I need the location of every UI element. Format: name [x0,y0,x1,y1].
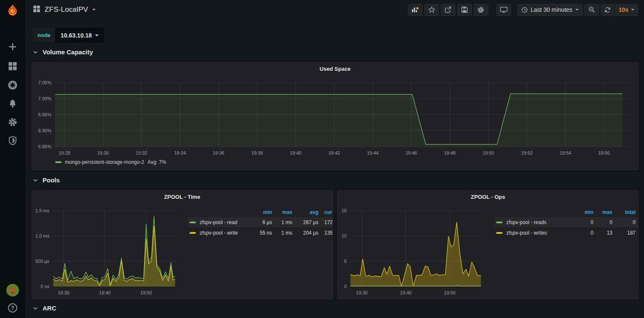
add-panel-button[interactable] [408,4,423,16]
cycle-view-tv-button[interactable] [496,4,511,16]
chevron-down-icon [33,306,38,311]
template-variable-node[interactable]: node 10.63.10.18 [33,28,104,43]
star-button[interactable] [424,4,439,16]
legend-value: 187 [612,230,636,236]
legend-value: 1 ms [272,219,292,225]
legend-col-avg[interactable]: avg [292,209,318,215]
section-pools[interactable]: Pools [33,176,60,184]
chevron-down-icon [33,178,38,183]
settings-gear-icon[interactable] [0,116,25,128]
svg-text:19:48: 19:48 [444,150,456,155]
legend-value: 0 [575,230,593,236]
svg-text:7.00%: 7.00% [38,96,51,101]
legend-row-writes: zfspv-pool - writes 0 13 187 [494,227,638,238]
legend-value: 204 µs [292,230,318,236]
svg-text:19:50: 19:50 [140,290,152,295]
legend-series[interactable]: zfspv-pool - write [188,230,250,236]
legend-col-min[interactable]: min [575,209,593,215]
series-swatch [496,232,502,234]
legend-value: 1 ms [272,230,292,236]
refresh-interval-caret-icon [631,9,634,11]
dashboards-icon[interactable] [0,60,25,72]
legend-col-total[interactable]: total [612,209,636,215]
refresh-interval-label: 10s [619,6,628,13]
series-swatch [190,232,196,234]
svg-text:6.95%: 6.95% [38,112,51,117]
refresh-interval-dropdown[interactable]: 10s [615,4,638,16]
dashboard-topbar: ZFS-LocalPV [25,0,644,19]
question-mark: ? [8,303,17,313]
svg-text:5: 5 [344,259,347,264]
svg-text:6.85%: 6.85% [38,144,51,149]
svg-text:1.5 ms: 1.5 ms [35,208,50,213]
legend-value: 55 ns [250,230,272,236]
add-icon[interactable] [0,40,25,53]
admin-shield-icon[interactable] [0,134,25,147]
time-range-label: Last 30 minutes [531,6,572,13]
svg-text:1.0 ms: 1.0 ms [35,233,50,238]
svg-text:19:42: 19:42 [329,150,340,155]
used-space-chart[interactable]: 7.05%7.00%6.95%6.90%6.85%19:2819:3019:32… [32,63,638,170]
panel-zpool-ops: ZPOOL - Ops 15105019:3019:4019:50 min ma… [337,190,639,299]
section-arc[interactable]: ARC [33,305,56,312]
legend-value: 267 µs [292,219,318,225]
series-name[interactable]: mongo-persistent-storage-mongo-2 [65,159,144,165]
legend-value: 0 [593,219,612,225]
dashboard-settings-button[interactable] [473,4,489,16]
series-swatch [190,222,196,223]
zpool-ops-legend: min max total zfspv-pool - reads 0 0 0 z… [494,208,638,246]
section-label: ARC [43,305,56,312]
svg-text:19:52: 19:52 [521,150,533,155]
zoom-out-button[interactable] [584,4,599,16]
legend-value: 0 [612,219,636,225]
dashboard-title[interactable]: ZFS-LocalPV [45,5,88,14]
legend-value: 6 µs [250,219,272,225]
series-avg: Avg: 7% [147,159,166,165]
dashboard-grid-icon [33,5,40,14]
legend-value: 13 [593,230,612,236]
section-volume-capacity[interactable]: Volume Capacity [33,48,93,56]
svg-text:19:38: 19:38 [251,150,263,155]
svg-text:19:30: 19:30 [97,150,109,155]
nav-sidebar: ? [0,0,25,318]
main-area: ZFS-LocalPV [25,0,644,318]
refresh-button[interactable] [601,4,615,16]
variable-value-dropdown[interactable]: 10.63.10.18 [55,28,104,43]
share-button[interactable] [441,4,456,16]
svg-text:19:32: 19:32 [136,150,147,155]
title-caret-icon[interactable] [92,9,96,11]
svg-text:19:46: 19:46 [406,150,417,155]
help-icon[interactable]: ? [0,302,25,314]
variable-label: node [33,28,55,43]
svg-text:500 µs: 500 µs [35,259,50,264]
svg-text:10: 10 [342,233,347,238]
legend-col-min[interactable]: min [250,209,272,215]
legend-row-write: zfspv-pool - write 55 ns 1 ms 204 µs 135 [188,227,332,238]
legend-row-reads: zfspv-pool - reads 0 0 0 [494,217,638,227]
svg-text:19:30: 19:30 [356,290,368,295]
legend-series[interactable]: zfspv-pool - read [188,219,250,225]
svg-text:19:44: 19:44 [367,150,379,155]
legend-item[interactable]: mongo-persistent-storage-mongo-2 Avg: 7% [55,159,166,165]
legend-series[interactable]: zfspv-pool - reads [494,219,575,225]
explore-compass-icon[interactable] [0,79,25,91]
user-avatar[interactable] [0,283,25,297]
time-range-caret-icon [575,9,579,11]
section-label: Pools [43,176,60,184]
time-range-picker[interactable]: Last 30 minutes [517,4,583,16]
variable-caret-icon [95,35,99,36]
legend-col-max[interactable]: max [272,209,292,215]
svg-text:19:56: 19:56 [598,150,610,155]
chevron-down-icon [33,50,38,55]
save-button[interactable] [457,4,472,16]
legend-series[interactable]: zfspv-pool - writes [494,230,575,236]
alerting-bell-icon[interactable] [0,97,25,110]
legend-col-current[interactable]: current [318,209,332,215]
svg-text:19:54: 19:54 [560,150,572,155]
grafana-logo[interactable] [0,3,25,19]
legend-col-max[interactable]: max [593,209,612,215]
svg-text:19:28: 19:28 [59,150,70,155]
legend-value: 0 [575,219,593,225]
panel-zpool-time: ZPOOL - Time 1.5 ms1.0 ms500 µs0 ns19:30… [32,190,333,299]
svg-text:19:50: 19:50 [483,150,494,155]
